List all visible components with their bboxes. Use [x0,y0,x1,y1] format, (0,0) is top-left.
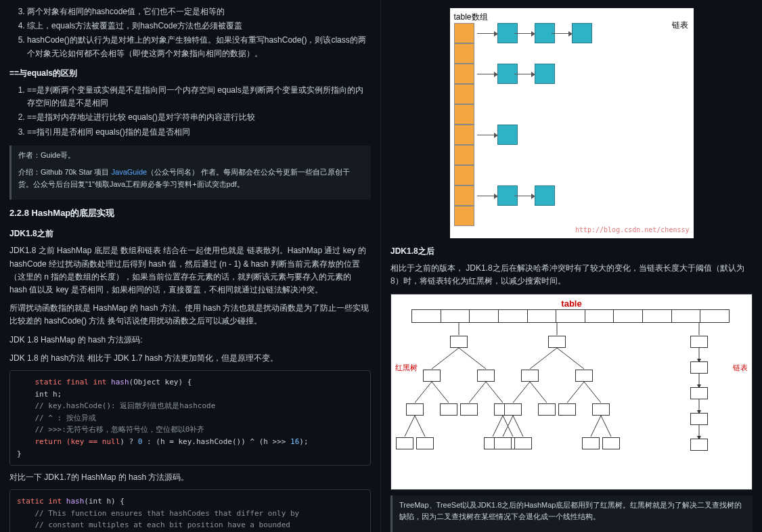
section-228-heading: 2.2.8 HashMap的底层实现 [9,206,371,221]
d1-node [535,64,555,84]
svg-line-16 [530,382,547,403]
d2-node [450,336,468,348]
d1-arrow [514,33,532,34]
d2-node [538,403,556,416]
d1-slot [454,84,474,104]
author-quote: 作者：Guide哥。 介绍：Github 70k Star 项目 JavaGui… [9,146,371,200]
code-hash-jdk18: static final int hash(Object key) { int … [9,370,371,466]
svg-line-11 [493,416,503,437]
d2-node [477,370,495,382]
code-hash-jdk17: static int hash(int h) { // This functio… [9,489,371,532]
list-item: 综上，equals方法被覆盖过，则hashCode方法也必须被覆盖 [27,20,371,32]
paragraph: 对比一下 JDK1.7的 HashMap 的 hash 方法源码。 [9,471,371,484]
d2-node [504,403,522,416]
equals-vs-eq-list: ==是判断两个变量或实例是不是指向同一个内存空间 equals是判断两个变量或实… [9,84,371,139]
d1-watermark: http://blog.csdn.net/chenssy [575,225,690,236]
svg-line-6 [432,382,449,403]
d2-node [406,403,424,416]
d1-slot [454,104,474,125]
d1-slot [454,145,474,165]
d2-node [690,336,708,348]
d2-node [690,361,708,374]
d2-node [514,437,532,449]
jdk18-before-heading: JDK1.8之前 [9,227,371,240]
d1-arrow [477,196,495,196]
d1-arrow [477,33,495,34]
paragraph: 相比于之前的版本， JDK1.8之后在解决哈希冲突时有了较大的变化，当链表长度大… [390,262,753,288]
paragraph: 所谓扰动函数指的就是 HashMap 的 hash 方法。使用 hash 方法也… [9,302,371,328]
d2-node [558,403,576,416]
d1-node [497,125,518,145]
d1-slot [454,185,474,206]
svg-line-5 [415,382,432,403]
svg-line-17 [567,382,584,403]
svg-line-15 [513,382,530,403]
paragraph: JDK 1.8 的 hash方法 相比于 JDK 1.7 hash 方法更加简化… [9,352,371,365]
d1-linklist-label: 链表 [672,19,688,32]
quote-intro: 介绍：Github 70k Star 项目 JavaGuide（公众号同名） 作… [18,167,364,190]
jdk18-after-heading: JDK1.8之后 [390,245,753,258]
d2-node [690,439,708,451]
svg-line-7 [469,382,486,403]
d1-slot [454,165,474,185]
d1-node [572,23,592,43]
d1-slot [454,125,474,145]
d2-node [494,437,512,449]
svg-line-3 [432,348,459,369]
d2-node [690,413,708,425]
d1-slot [454,206,474,226]
d2-node [548,336,566,348]
d2-node [396,437,413,449]
svg-line-21 [591,416,601,437]
d1-arrow [552,33,569,34]
svg-line-9 [405,416,415,437]
hashcode-rules-list: 两个对象有相同的hashcode值，它们也不一定是相等的 综上，equals方法… [9,5,371,60]
d1-arrow [477,135,495,135]
paragraph: JDK1.8 之前 HashMap 底层是 数组和链表 结合在一起使用也就是 链… [9,244,371,296]
list-item: ==是指对内存地址进行比较 equals()是对字符串的内容进行比较 [27,111,371,124]
d1-title: table数组 [454,11,488,24]
svg-line-14 [557,348,584,369]
d1-arrow [514,196,532,196]
d1-arrow [477,74,495,74]
d2-node [416,437,434,449]
svg-line-10 [415,416,425,437]
red-black-tree-diagram: table 红黑树 链表 [390,294,753,490]
d1-slot [454,43,474,64]
quote-author: 作者：Guide哥。 [18,150,364,162]
svg-line-18 [584,382,601,403]
right-column: table数组 链表 http://blog.csdn.net/chenssy … [381,0,762,532]
treemap-quote: TreeMap、TreeSet以及JDK1.8之后的HashMap底层都用到了红… [390,495,753,532]
list-item: ==指引用是否相同 equals()指的是值是否相同 [27,126,371,139]
paragraph: JDK 1.8 HashMap 的 hash 方法源码: [9,334,371,347]
d2-node [690,387,708,399]
d2-node [521,370,539,382]
svg-line-22 [601,416,611,437]
d1-slot [454,64,474,84]
d2-node [602,437,620,449]
equals-vs-eq-heading: ==与equals的区别 [9,67,371,80]
svg-line-20 [513,416,523,437]
d2-node [582,437,600,449]
d1-arrow [514,74,532,74]
table-array-diagram: table数组 链表 http://blog.csdn.net/chenssy [450,8,694,238]
list-item: ==是判断两个变量或实例是不是指向同一个内存空间 equals是判断两个变量或实… [27,84,371,110]
svg-line-8 [486,382,503,403]
list-item: 两个对象有相同的hashcode值，它们也不一定是相等的 [27,5,371,18]
svg-line-4 [459,348,486,369]
d2-node [592,403,610,416]
d1-slot [454,23,474,43]
list-item: hashCode()的默认行为是对堆上的对象产生独特值。如果没有重写hashCo… [27,34,371,60]
left-column: 两个对象有相同的hashcode值，它们也不一定是相等的 综上，equals方法… [0,0,381,532]
svg-line-13 [530,348,557,369]
d2-node [460,403,478,416]
d2-node [423,370,441,382]
d1-node [535,185,555,206]
d2-node [440,403,457,416]
javaguide-link[interactable]: JavaGuide [112,168,148,176]
d2-node [575,370,593,382]
